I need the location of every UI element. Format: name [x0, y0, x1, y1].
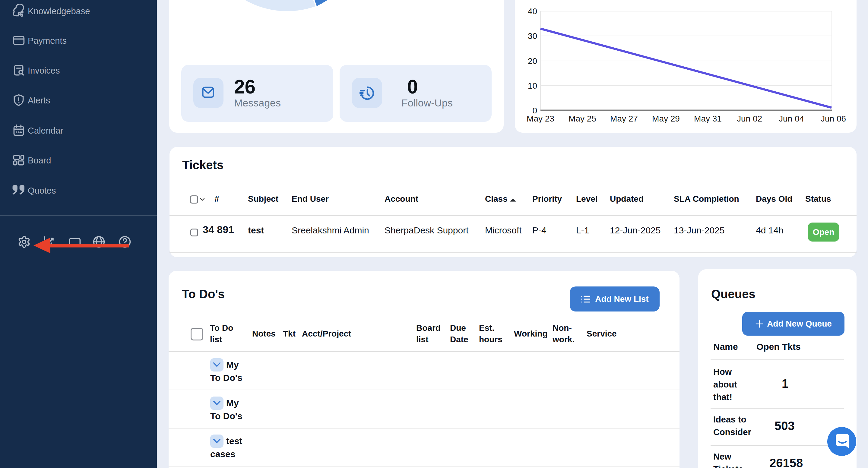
svg-text:40: 40 — [528, 7, 537, 16]
svg-text:20: 20 — [528, 56, 537, 66]
svg-text:May 31: May 31 — [694, 114, 722, 123]
svg-text:Jun 02: Jun 02 — [737, 114, 762, 123]
svg-text:30: 30 — [528, 31, 537, 41]
svg-text:Jun 04: Jun 04 — [779, 114, 804, 123]
svg-text:May 29: May 29 — [652, 114, 680, 123]
svg-text:10: 10 — [528, 81, 537, 90]
svg-text:Jun 06: Jun 06 — [820, 114, 846, 123]
svg-text:May 27: May 27 — [610, 114, 638, 123]
svg-text:May 23: May 23 — [527, 114, 554, 123]
svg-text:May 25: May 25 — [568, 114, 596, 123]
